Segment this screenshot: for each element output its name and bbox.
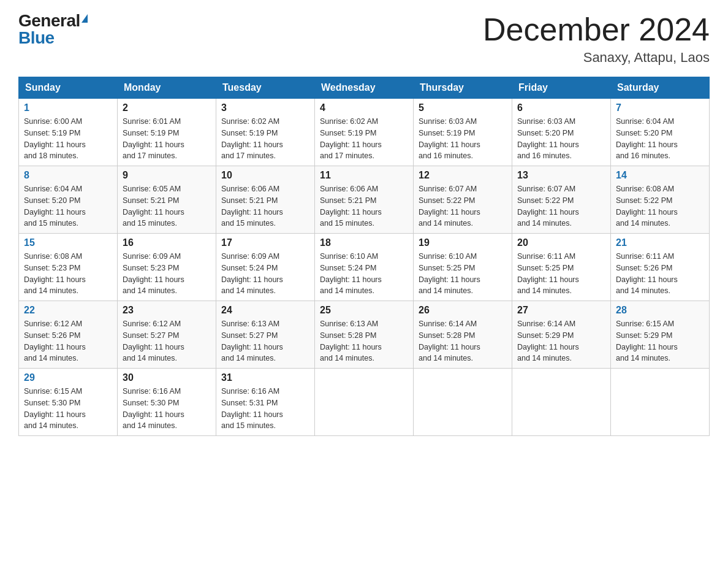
- day-number: 18: [320, 237, 408, 248]
- calendar-cell: 31Sunrise: 6:16 AMSunset: 5:31 PMDayligh…: [216, 369, 315, 436]
- day-info: Sunrise: 6:15 AMSunset: 5:30 PMDaylight:…: [24, 386, 112, 432]
- page-header: General Blue December 2024 Sanaxy, Attap…: [18, 12, 710, 66]
- day-info: Sunrise: 6:16 AMSunset: 5:31 PMDaylight:…: [221, 386, 309, 432]
- day-number: 23: [123, 305, 211, 316]
- calendar-cell: 7Sunrise: 6:04 AMSunset: 5:20 PMDaylight…: [611, 99, 710, 166]
- calendar-cell: 28Sunrise: 6:15 AMSunset: 5:29 PMDayligh…: [611, 301, 710, 369]
- calendar-cell: [611, 369, 710, 436]
- calendar-cell: 5Sunrise: 6:03 AMSunset: 5:19 PMDaylight…: [414, 99, 512, 166]
- day-number: 17: [221, 237, 309, 248]
- day-number: 13: [517, 170, 605, 181]
- week-row-2: 8Sunrise: 6:04 AMSunset: 5:20 PMDaylight…: [19, 166, 710, 234]
- day-number: 15: [24, 237, 112, 248]
- day-number: 2: [123, 102, 211, 113]
- calendar-cell: 20Sunrise: 6:11 AMSunset: 5:25 PMDayligh…: [512, 234, 611, 301]
- calendar-cell: 1Sunrise: 6:00 AMSunset: 5:19 PMDaylight…: [19, 99, 118, 166]
- day-info: Sunrise: 6:02 AMSunset: 5:19 PMDaylight:…: [320, 116, 408, 162]
- calendar-cell: 30Sunrise: 6:16 AMSunset: 5:30 PMDayligh…: [118, 369, 216, 436]
- day-info: Sunrise: 6:07 AMSunset: 5:22 PMDaylight:…: [419, 183, 507, 229]
- day-info: Sunrise: 6:09 AMSunset: 5:24 PMDaylight:…: [221, 251, 309, 297]
- calendar-cell: [414, 369, 512, 436]
- calendar-cell: 24Sunrise: 6:13 AMSunset: 5:27 PMDayligh…: [216, 301, 315, 369]
- day-info: Sunrise: 6:12 AMSunset: 5:26 PMDaylight:…: [24, 318, 112, 364]
- calendar-cell: 18Sunrise: 6:10 AMSunset: 5:24 PMDayligh…: [315, 234, 414, 301]
- day-info: Sunrise: 6:00 AMSunset: 5:19 PMDaylight:…: [24, 116, 112, 162]
- calendar-cell: 3Sunrise: 6:02 AMSunset: 5:19 PMDaylight…: [216, 99, 315, 166]
- day-number: 9: [123, 170, 211, 181]
- week-row-4: 22Sunrise: 6:12 AMSunset: 5:26 PMDayligh…: [19, 301, 710, 369]
- day-number: 3: [221, 102, 309, 113]
- calendar-table: SundayMondayTuesdayWednesdayThursdayFrid…: [18, 77, 710, 436]
- calendar-cell: 6Sunrise: 6:03 AMSunset: 5:20 PMDaylight…: [512, 99, 611, 166]
- day-number: 11: [320, 170, 408, 181]
- week-row-5: 29Sunrise: 6:15 AMSunset: 5:30 PMDayligh…: [19, 369, 710, 436]
- calendar-cell: 25Sunrise: 6:13 AMSunset: 5:28 PMDayligh…: [315, 301, 414, 369]
- title-block: December 2024 Sanaxy, Attapu, Laos: [483, 12, 710, 66]
- day-info: Sunrise: 6:06 AMSunset: 5:21 PMDaylight:…: [221, 183, 309, 229]
- day-info: Sunrise: 6:09 AMSunset: 5:23 PMDaylight:…: [123, 251, 211, 297]
- calendar-cell: [315, 369, 414, 436]
- day-number: 5: [419, 102, 507, 113]
- day-number: 7: [616, 102, 704, 113]
- calendar-cell: 29Sunrise: 6:15 AMSunset: 5:30 PMDayligh…: [19, 369, 118, 436]
- day-number: 6: [517, 102, 605, 113]
- day-number: 30: [123, 372, 211, 383]
- day-info: Sunrise: 6:14 AMSunset: 5:29 PMDaylight:…: [517, 318, 605, 364]
- day-info: Sunrise: 6:02 AMSunset: 5:19 PMDaylight:…: [221, 116, 309, 162]
- calendar-cell: 19Sunrise: 6:10 AMSunset: 5:25 PMDayligh…: [414, 234, 512, 301]
- day-number: 14: [616, 170, 704, 181]
- day-info: Sunrise: 6:10 AMSunset: 5:24 PMDaylight:…: [320, 251, 408, 297]
- calendar-cell: 26Sunrise: 6:14 AMSunset: 5:28 PMDayligh…: [414, 301, 512, 369]
- logo: General Blue: [18, 12, 88, 47]
- calendar-cell: 17Sunrise: 6:09 AMSunset: 5:24 PMDayligh…: [216, 234, 315, 301]
- calendar-cell: 14Sunrise: 6:08 AMSunset: 5:22 PMDayligh…: [611, 166, 710, 234]
- day-info: Sunrise: 6:13 AMSunset: 5:28 PMDaylight:…: [320, 318, 408, 364]
- day-number: 19: [419, 237, 507, 248]
- calendar-cell: 8Sunrise: 6:04 AMSunset: 5:20 PMDaylight…: [19, 166, 118, 234]
- calendar-cell: 11Sunrise: 6:06 AMSunset: 5:21 PMDayligh…: [315, 166, 414, 234]
- day-info: Sunrise: 6:04 AMSunset: 5:20 PMDaylight:…: [24, 183, 112, 229]
- day-number: 16: [123, 237, 211, 248]
- header-thursday: Thursday: [414, 77, 512, 99]
- calendar-cell: 10Sunrise: 6:06 AMSunset: 5:21 PMDayligh…: [216, 166, 315, 234]
- header-saturday: Saturday: [611, 77, 710, 99]
- header-sunday: Sunday: [19, 77, 118, 99]
- header-monday: Monday: [118, 77, 216, 99]
- day-number: 20: [517, 237, 605, 248]
- logo-general: General: [18, 12, 80, 29]
- week-row-3: 15Sunrise: 6:08 AMSunset: 5:23 PMDayligh…: [19, 234, 710, 301]
- day-info: Sunrise: 6:10 AMSunset: 5:25 PMDaylight:…: [419, 251, 507, 297]
- day-number: 4: [320, 102, 408, 113]
- month-title: December 2024: [483, 12, 710, 47]
- day-info: Sunrise: 6:08 AMSunset: 5:22 PMDaylight:…: [616, 183, 704, 229]
- day-number: 27: [517, 305, 605, 316]
- day-number: 28: [616, 305, 704, 316]
- calendar-cell: 9Sunrise: 6:05 AMSunset: 5:21 PMDaylight…: [118, 166, 216, 234]
- day-number: 26: [419, 305, 507, 316]
- logo-blue: Blue: [18, 29, 55, 47]
- calendar-cell: 27Sunrise: 6:14 AMSunset: 5:29 PMDayligh…: [512, 301, 611, 369]
- day-info: Sunrise: 6:03 AMSunset: 5:19 PMDaylight:…: [419, 116, 507, 162]
- day-info: Sunrise: 6:07 AMSunset: 5:22 PMDaylight:…: [517, 183, 605, 229]
- calendar-cell: 15Sunrise: 6:08 AMSunset: 5:23 PMDayligh…: [19, 234, 118, 301]
- calendar-cell: [512, 369, 611, 436]
- week-row-1: 1Sunrise: 6:00 AMSunset: 5:19 PMDaylight…: [19, 99, 710, 166]
- day-info: Sunrise: 6:13 AMSunset: 5:27 PMDaylight:…: [221, 318, 309, 364]
- day-info: Sunrise: 6:11 AMSunset: 5:25 PMDaylight:…: [517, 251, 605, 297]
- day-info: Sunrise: 6:01 AMSunset: 5:19 PMDaylight:…: [123, 116, 211, 162]
- day-info: Sunrise: 6:08 AMSunset: 5:23 PMDaylight:…: [24, 251, 112, 297]
- day-number: 1: [24, 102, 112, 113]
- day-info: Sunrise: 6:05 AMSunset: 5:21 PMDaylight:…: [123, 183, 211, 229]
- day-number: 10: [221, 170, 309, 181]
- calendar-cell: 13Sunrise: 6:07 AMSunset: 5:22 PMDayligh…: [512, 166, 611, 234]
- calendar-cell: 16Sunrise: 6:09 AMSunset: 5:23 PMDayligh…: [118, 234, 216, 301]
- day-info: Sunrise: 6:11 AMSunset: 5:26 PMDaylight:…: [616, 251, 704, 297]
- calendar-cell: 4Sunrise: 6:02 AMSunset: 5:19 PMDaylight…: [315, 99, 414, 166]
- calendar-cell: 23Sunrise: 6:12 AMSunset: 5:27 PMDayligh…: [118, 301, 216, 369]
- day-number: 29: [24, 372, 112, 383]
- day-info: Sunrise: 6:14 AMSunset: 5:28 PMDaylight:…: [419, 318, 507, 364]
- day-number: 22: [24, 305, 112, 316]
- day-number: 25: [320, 305, 408, 316]
- header-tuesday: Tuesday: [216, 77, 315, 99]
- location-title: Sanaxy, Attapu, Laos: [483, 50, 710, 66]
